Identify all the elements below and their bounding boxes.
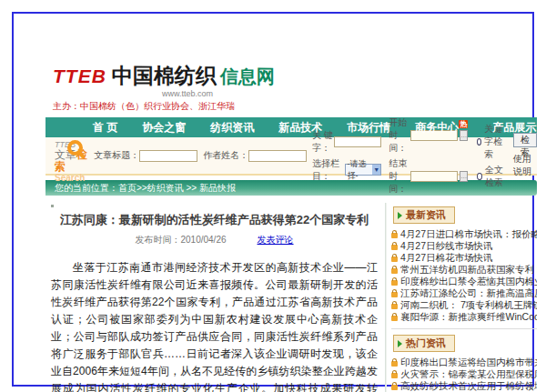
sponsor-line: 主办：中国棉纺（色）织行业协会、浙江华瑞	[46, 100, 537, 113]
hot-news-list: 印度棉出口禁运将给国内棉市带来什... 火灾警示：锦泰棠某公用型保税库棉... …	[391, 357, 537, 392]
title-field-label: 文章标题：	[94, 149, 139, 162]
sidebar: 最新资讯 4月27日进口棉市场快讯：报价略显... 4月27日纱线市场快讯 4月…	[386, 203, 537, 392]
submit-column: 检索 使用说明	[513, 133, 537, 178]
chevron-down-icon: ▼	[372, 165, 380, 175]
page-frame: TTEB 中国棉纺织 信息网 www.tteb.com 主办：中国棉纺（色）织行…	[12, 12, 534, 387]
hot-news-header[interactable]: 热门资讯	[393, 335, 455, 352]
comment-link[interactable]: 发表评论	[258, 234, 294, 246]
latest-news-header[interactable]: 最新资讯	[393, 206, 455, 224]
lock-icon	[391, 304, 398, 309]
main-nav: 首 页 协会之窗 纺织资讯 新品技术 市场行情 商务中心热 产品展示 企业大全	[46, 117, 537, 137]
article-panel: 江苏同康：最新研制的活性炭纤维产品获得第22个国家专利 发布时间：2010/04…	[46, 203, 386, 392]
article-title: 江苏同康：最新研制的活性炭纤维产品获得第22个国家专利	[51, 212, 378, 228]
list-item[interactable]: 印度棉纱出口禁令惹恼其国内棉业	[391, 276, 537, 287]
list-item[interactable]: 4月27日纱线市场快讯	[391, 240, 537, 252]
lock-icon	[391, 256, 398, 262]
logo-chinese-text: 中国棉纺织	[112, 62, 217, 90]
bullet-icon	[51, 205, 54, 207]
nav-item-new-tech[interactable]: 新品技术	[278, 120, 322, 136]
lock-icon	[391, 385, 398, 390]
site-url: www.tteb.com	[162, 89, 537, 98]
column-row: 选择栏目： -请选择- ▼	[312, 157, 381, 183]
lock-icon	[391, 280, 398, 286]
title-input[interactable]	[139, 150, 197, 162]
lock-icon	[391, 245, 398, 250]
fulltext-search-radio-label: 全文检索	[485, 164, 508, 189]
nav-item-textile-news[interactable]: 纺织资讯	[210, 120, 254, 136]
list-item[interactable]: 常州五洋纺机四新品获国家专利 填...	[391, 264, 537, 276]
hot-news-title: 热门资讯	[406, 337, 446, 350]
fulltext-search-radio-row[interactable]: 全文检索	[477, 164, 508, 189]
nav-item-products[interactable]: 产品展示	[492, 120, 536, 136]
list-item[interactable]: 火灾警示：锦泰棠某公用型保税库棉...	[391, 368, 537, 380]
magnifier-icon	[67, 140, 83, 156]
nav-item-market[interactable]: 市场行情	[347, 120, 390, 136]
nav-item-home[interactable]: 首 页	[93, 120, 117, 136]
article-body: 坐落于江苏南通市港闸经济技术开发区的高新技术企业——江苏同康活性炭纤维有限公司近…	[51, 259, 378, 392]
keyword-column: 关 键 字： 选择栏目： -请选择- ▼	[312, 129, 381, 183]
author-input[interactable]	[248, 150, 307, 162]
nav-item-association[interactable]: 协会之窗	[142, 120, 186, 136]
logo-net-text: 信息网	[220, 65, 275, 89]
list-item[interactable]: 江苏靖江涤纶公司：新推高温高压染...	[391, 287, 537, 299]
site-container: TTEB 中国棉纺织 信息网 www.tteb.com 主办：中国棉纺（色）织行…	[46, 62, 537, 392]
lock-icon	[391, 233, 398, 238]
article-search-bar: TTEB 文章检索 Search 文章标题： 作者姓名： 关 键 字： 选择栏目…	[46, 137, 537, 176]
end-time-label: 结束时间：	[389, 157, 410, 196]
list-item[interactable]: 襄阳华源：新推凉爽纤维WinCool系...	[391, 311, 537, 323]
end-time-row: 结束时间： …	[389, 157, 468, 196]
arrow-right-icon	[398, 340, 402, 347]
list-item[interactable]: 高效纺纱技术首次应用于棉纺领域	[391, 380, 537, 392]
publish-time: 发布时间：2010/04/26	[135, 234, 226, 246]
end-date-picker-button[interactable]: …	[460, 171, 468, 182]
search-logo-en: Search	[55, 173, 94, 183]
article-meta: 发布时间：2010/04/26 发表评论	[51, 234, 378, 246]
hot-badge: 热	[459, 120, 468, 128]
keyword-search-radio[interactable]	[477, 138, 481, 146]
usage-help-link[interactable]: 使用说明	[513, 153, 537, 178]
logo: TTEB 中国棉纺织 信息网	[46, 62, 537, 89]
latest-news-list: 4月27日进口棉市场快讯：报价略显... 4月27日纱线市场快讯 4月27日棉花…	[391, 228, 537, 323]
title-field-group: 文章标题：	[94, 149, 197, 162]
end-time-input[interactable]	[410, 171, 458, 182]
search-logo: TTEB 文章检索 Search	[46, 136, 94, 175]
sidebar-divider	[391, 328, 537, 331]
list-item[interactable]: 4月27日棉花市场快讯	[391, 252, 537, 264]
start-time-label: 开始时间：	[389, 116, 410, 155]
author-field-group: 作者姓名：	[203, 149, 307, 162]
lock-icon	[391, 316, 398, 321]
fulltext-search-radio[interactable]	[477, 173, 482, 180]
author-field-label: 作者姓名：	[203, 149, 248, 162]
main-content: 江苏同康：最新研制的活性炭纤维产品获得第22个国家专利 发布时间：2010/04…	[46, 203, 537, 392]
column-select[interactable]: -请选择- ▼	[345, 164, 382, 176]
list-item[interactable]: 河南二织机： 7项专利棉机王牌锭子...	[391, 299, 537, 311]
column-label: 选择栏目：	[312, 157, 344, 183]
lock-icon	[391, 292, 398, 297]
site-header: TTEB 中国棉纺织 信息网 www.tteb.com 主办：中国棉纺（色）织行…	[46, 62, 537, 113]
arrow-right-icon	[398, 212, 402, 219]
list-item[interactable]: 印度棉出口禁运将给国内棉市带来什...	[391, 357, 537, 368]
latest-news-title: 最新资讯	[406, 208, 446, 222]
list-item[interactable]: 4月27日进口棉市场快讯：报价略显...	[391, 228, 537, 240]
logo-tteb-text: TTEB	[53, 65, 106, 87]
lock-icon	[391, 268, 398, 274]
keyword-input[interactable]	[334, 136, 381, 147]
nav-item-business-center[interactable]: 商务中心热	[415, 120, 468, 136]
lock-icon	[391, 361, 398, 367]
lock-icon	[391, 373, 398, 378]
